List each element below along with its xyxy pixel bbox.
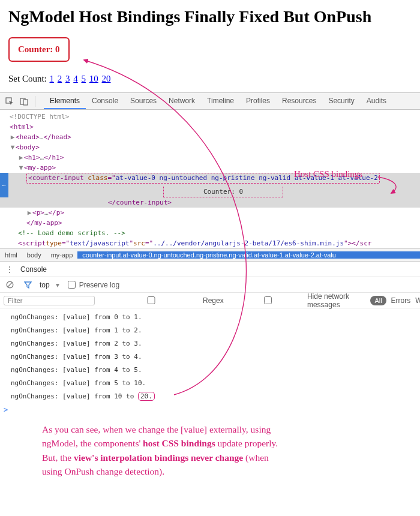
script-tag[interactable]: script [22,238,46,248]
head-tag[interactable]: head [20,132,36,142]
class-attr-name: class [88,174,107,182]
annotation-note: As you can see, when we change the [valu… [0,414,420,491]
filter-icon[interactable] [22,279,34,291]
devtools-tabbar: Elements Console Sources Network Timelin… [0,93,420,110]
console-line: ngOnChanges: [value] from 2 to 3. [11,337,420,350]
collapse-icon[interactable]: ▼ [18,163,24,173]
console-drawer: ⋮ Console top ▾ Preserve log Regex Hide … [0,262,420,414]
console-line: ngOnChanges: [value] from 4 to 5. [11,364,420,377]
close-counter-input-tag: </counter-input> [108,197,172,208]
console-line: ngOnChanges: [value] from 5 to 10. [11,377,420,390]
clear-console-icon[interactable] [4,279,16,291]
svg-rect-2 [23,100,28,105]
counter-value-label: Counter: 0 [18,44,60,54]
expand-icon[interactable]: ▶ [10,132,16,142]
drawer-menu-icon[interactable]: ⋮ [4,263,16,275]
tab-sources[interactable]: Sources [124,93,163,109]
context-selector[interactable]: top [40,281,50,289]
h1-tag[interactable]: h1 [28,152,36,163]
set-count-row: Set Count: 1 2 3 4 5 10 20 [8,74,420,84]
tab-resources[interactable]: Resources [276,93,322,109]
console-filter-input[interactable] [4,296,95,305]
annotation-host-bindings-label: Host CSS bindings [294,169,362,179]
my-app-tag[interactable]: my-app [28,163,52,173]
set-count-link-5[interactable]: 5 [82,74,86,83]
log-level-warnings[interactable]: Warnings [415,296,420,305]
console-line: ngOnChanges: [value] from 0 to 1. [11,311,420,324]
selection-gutter-icon: ⋯ [0,173,8,197]
regex-checkbox[interactable]: Regex [101,295,224,306]
console-line: ngOnChanges: [value] from 10 to 20. [11,390,420,403]
set-count-link-20[interactable]: 20 [102,74,111,83]
html-tag[interactable]: html [14,122,30,132]
set-count-label: Set Count: [8,74,49,83]
set-count-link-10[interactable]: 10 [89,74,98,83]
tab-console[interactable]: Console [86,93,124,109]
device-mode-icon[interactable] [18,95,30,107]
preserve-log-input[interactable] [68,281,76,289]
expand-icon[interactable]: ▶ [18,152,24,163]
console-line: ngOnChanges: [value] from 3 to 4. [11,350,420,364]
counter-text-node: Counter: 0 [163,187,283,197]
preserve-log-checkbox[interactable]: Preserve log [65,279,119,290]
tab-profiles[interactable]: Profiles [240,93,276,109]
crumb-html[interactable]: html [0,251,22,259]
set-count-link-1[interactable]: 1 [50,74,55,83]
highlighted-value: 20. [138,392,155,401]
console-line: ngOnChanges: [value] from 1 to 2. [11,324,420,337]
ellipsis: … [40,132,44,142]
doctype-node: <!DOCTYPE html> [10,112,69,122]
tab-audits[interactable]: Audits [361,93,392,109]
log-level-errors[interactable]: Errors [391,296,411,305]
set-count-link-2[interactable]: 2 [58,74,62,83]
tab-security[interactable]: Security [322,93,360,109]
set-count-link-4[interactable]: 4 [73,74,78,83]
counter-input-tag: counter-input [32,174,84,182]
collapse-icon[interactable]: ▼ [10,142,16,152]
tab-timeline[interactable]: Timeline [201,93,240,109]
expand-icon[interactable]: ▶ [26,208,32,218]
page-title: NgModel Host Bindings Finally Fixed But … [8,7,420,26]
toolbar-separator [35,96,35,107]
log-level-all[interactable]: All [370,296,386,305]
counter-input-box: Counter: 0 [8,37,70,62]
tab-network[interactable]: Network [163,93,201,109]
comment-node: <!-- Load demo scripts. --> [18,228,125,238]
crumb-selected[interactable]: counter-input.at-value-0.ng-untouched.ng… [77,251,420,259]
crumb-my-app[interactable]: my-app [46,251,78,259]
svg-line-4 [8,283,12,287]
p-tag[interactable]: p [37,208,41,218]
hide-network-checkbox[interactable]: Hide network messages [230,292,365,309]
devtools-panel: Elements Console Sources Network Timelin… [0,92,420,414]
console-prompt[interactable]: > [0,406,420,414]
set-count-link-3[interactable]: 3 [65,74,70,83]
tab-elements[interactable]: Elements [44,93,86,109]
console-output[interactable]: ngOnChanges: [value] from 0 to 1. ngOnCh… [0,308,420,406]
inspect-element-icon[interactable] [4,95,16,107]
breadcrumb: html body my-app counter-input.at-value-… [0,248,420,262]
body-tag[interactable]: body [20,142,36,152]
crumb-body[interactable]: body [22,251,46,259]
drawer-title: Console [20,265,47,274]
